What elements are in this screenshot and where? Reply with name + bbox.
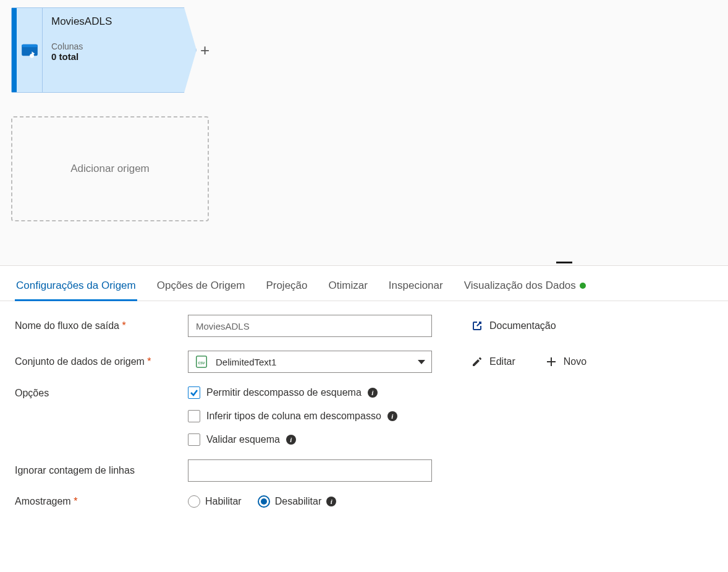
label-options: Opções xyxy=(15,386,188,399)
radio-sampling-disable[interactable] xyxy=(258,495,270,508)
input-skip-lines[interactable] xyxy=(188,459,432,482)
radio-sampling-enable[interactable] xyxy=(188,495,200,508)
label-validate-schema: Validar esquema xyxy=(206,434,280,445)
label-sampling-disable: Desabilitar xyxy=(275,496,322,507)
add-source-label: Adicionar origem xyxy=(70,163,150,175)
tab-source-options[interactable]: Opções de Origem xyxy=(156,275,247,301)
tab-data-preview[interactable]: Visualização dos Dados xyxy=(463,275,587,301)
input-output-stream[interactable] xyxy=(188,315,432,337)
checkbox-validate-schema[interactable] xyxy=(188,433,200,446)
svg-text:csv: csv xyxy=(198,360,205,365)
label-output-stream: Nome do fluxo de saída xyxy=(15,320,188,331)
tab-inspect[interactable]: Inspecionar xyxy=(387,275,444,301)
dataset-icon xyxy=(21,41,38,59)
documentation-link[interactable]: Documentação xyxy=(471,320,556,332)
source-node[interactable]: MoviesADLS Colunas 0 total xyxy=(11,7,197,93)
external-link-icon xyxy=(471,320,483,332)
csv-file-icon: csv xyxy=(195,355,208,369)
svg-rect-1 xyxy=(22,45,38,48)
node-title: MoviesADLS xyxy=(51,15,112,28)
node-columns-label: Colunas xyxy=(51,41,112,51)
node-total: 0 total xyxy=(51,51,112,62)
tab-optimize[interactable]: Otimizar xyxy=(328,275,369,301)
checkbox-infer-types[interactable] xyxy=(188,410,200,422)
edit-dataset-button[interactable]: Editar xyxy=(471,356,515,368)
checkbox-schema-drift[interactable] xyxy=(188,386,200,399)
label-sampling-enable: Habilitar xyxy=(205,496,242,507)
pencil-icon xyxy=(471,356,483,368)
new-dataset-button[interactable]: Novo xyxy=(545,356,586,368)
label-skip-lines: Ignorar contagem de linhas xyxy=(15,465,188,476)
form-area: Nome do fluxo de saída Documentação Conj… xyxy=(0,301,649,521)
label-sampling: Amostragem xyxy=(15,496,188,507)
panel-resize-handle[interactable] xyxy=(556,262,572,265)
add-source-button[interactable]: Adicionar origem xyxy=(11,116,209,221)
label-source-dataset: Conjunto de dados de origem xyxy=(15,356,188,367)
dataflow-canvas: MoviesADLS Colunas 0 total + Adicionar o… xyxy=(0,0,728,266)
add-transform-button[interactable]: + xyxy=(200,41,210,60)
tab-source-settings[interactable]: Configurações da Origem xyxy=(15,275,137,301)
info-icon[interactable]: i xyxy=(387,411,397,421)
chevron-down-icon xyxy=(418,360,425,364)
plus-icon xyxy=(545,356,557,368)
info-icon[interactable]: i xyxy=(286,435,296,445)
dropdown-source-dataset[interactable]: csv DelimitedText1 xyxy=(188,351,432,373)
label-infer-types: Inferir tipos de coluna em descompasso xyxy=(206,411,381,422)
checkmark-icon xyxy=(190,388,198,397)
node-drag-handle[interactable] xyxy=(12,8,17,92)
dataset-selected: DelimitedText1 xyxy=(216,357,276,367)
preview-status-dot xyxy=(580,283,586,289)
label-schema-drift: Permitir descompasso de esquema xyxy=(206,387,362,398)
tab-row: Configurações da Origem Opções de Origem… xyxy=(0,270,728,301)
info-icon[interactable]: i xyxy=(368,388,378,398)
node-icon-column xyxy=(17,8,43,92)
config-panel: Configurações da Origem Opções de Origem… xyxy=(0,266,728,521)
info-icon[interactable]: i xyxy=(326,497,336,506)
tab-projection[interactable]: Projeção xyxy=(265,275,308,301)
